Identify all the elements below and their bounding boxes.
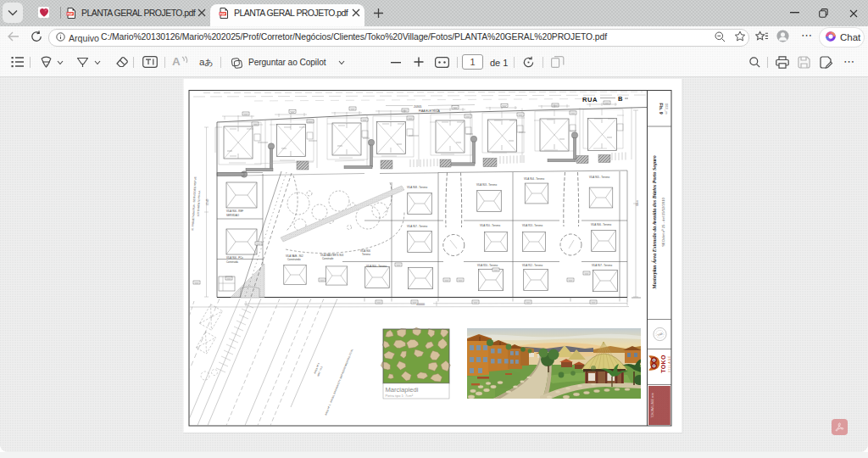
svg-text:VILA 920 - Terreno: VILA 920 - Terreno xyxy=(477,264,498,267)
svg-text:TOKOAVILLAGE com: TOKOAVILLAGE com xyxy=(651,393,654,418)
svg-text:VILA 904 - Terreno: VILA 904 - Terreno xyxy=(524,177,544,181)
svg-text:Marciapiedi: Marciapiedi xyxy=(386,386,419,394)
svg-text:SEOclet nº 25 - del 15/12/2010: SEOclet nº 25 - del 15/12/2010 xyxy=(661,198,665,247)
svg-text:Fls. 9: Fls. 9 xyxy=(659,103,664,114)
svg-text:VILA 913 - Terreno: VILA 913 - Terreno xyxy=(522,224,542,227)
svg-text:VILA 907 - Terreno: VILA 907 - Terreno xyxy=(592,264,612,267)
svg-text:VILA 903 - Terreno: VILA 903 - Terreno xyxy=(476,183,497,187)
svg-text:Construindo: Construindo xyxy=(287,258,301,261)
svg-text:11/12/__rm: 11/12/__rm xyxy=(665,103,668,114)
svg-text:VILA 906 - PCs: VILA 906 - PCs xyxy=(226,256,243,260)
svg-text:Construida: Construida xyxy=(226,260,238,264)
svg-text:VILA 906 - Terreno: VILA 906 - Terreno xyxy=(591,223,611,226)
svg-text:VILA 905 - Terreno: VILA 905 - Terreno xyxy=(589,176,609,179)
svg-text:VILA 907 - Terreno: VILA 907 - Terreno xyxy=(407,225,427,228)
svg-text:Terreno: Terreno xyxy=(362,253,370,256)
svg-text:69.49: 69.49 xyxy=(206,198,209,205)
svg-text:20305: 20305 xyxy=(414,105,422,109)
svg-text:RUA: RUA xyxy=(582,96,598,103)
svg-text:B: B xyxy=(618,95,623,103)
svg-text:VILA 906 - REF: VILA 906 - REF xyxy=(226,209,243,213)
svg-text:SERVIDAO: SERVIDAO xyxy=(226,214,240,217)
svg-text:Construde: Construde xyxy=(322,257,334,260)
svg-text:Pietra tipo 1: 7cm²: Pietra tipo 1: 7cm² xyxy=(386,394,414,398)
svg-text:66 m: 66 m xyxy=(636,200,639,206)
svg-text:VILA 912 - Terreno: VILA 912 - Terreno xyxy=(522,264,542,267)
svg-text:TOKO: TOKO xyxy=(660,355,666,373)
svg-text:VILA 900 - Terreno: VILA 900 - Terreno xyxy=(366,265,387,268)
svg-text:VILA 910 - Terreno: VILA 910 - Terreno xyxy=(480,224,500,227)
svg-text:VILLAGE: VILLAGE xyxy=(668,355,671,372)
svg-text:VILA 908 - Terreno: VILA 908 - Terreno xyxy=(407,186,427,189)
svg-text:Masterplan Área Extensão da Av: Masterplan Área Extensão da Avenida dos … xyxy=(651,155,657,289)
